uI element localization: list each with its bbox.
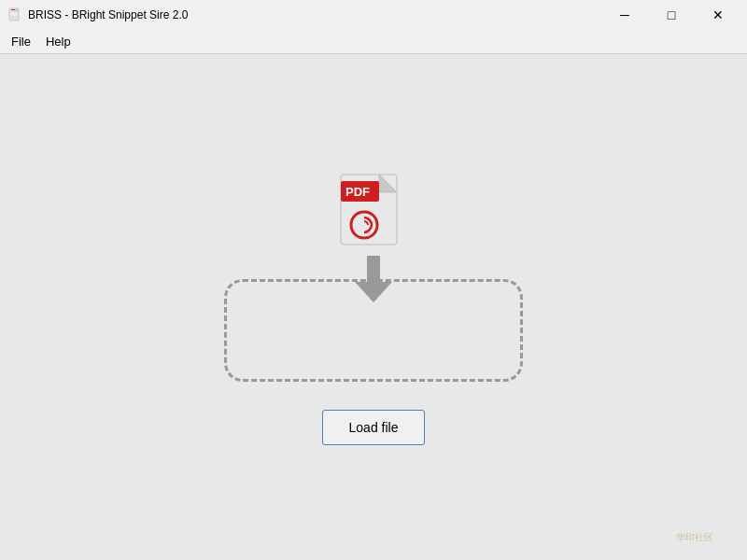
minimize-button[interactable]: ─ xyxy=(603,2,646,28)
menu-bar: File Help xyxy=(0,30,747,54)
watermark: 华印社区 xyxy=(674,522,740,553)
close-button[interactable]: ✕ xyxy=(697,2,740,28)
drop-zone[interactable] xyxy=(224,279,523,382)
window-title: BRISS - BRight Snippet Sire 2.0 xyxy=(28,8,188,21)
title-bar: PDF BRISS - BRight Snippet Sire 2.0 ─ □ … xyxy=(0,0,747,30)
maximize-button[interactable]: □ xyxy=(650,2,693,28)
svg-text:华印社区: 华印社区 xyxy=(676,532,713,542)
menu-help[interactable]: Help xyxy=(38,32,78,51)
pdf-icon: PDF xyxy=(336,170,411,259)
app-icon: PDF xyxy=(7,7,22,22)
svg-rect-2 xyxy=(11,9,15,10)
menu-file[interactable]: File xyxy=(4,32,38,51)
load-file-button[interactable]: Load file xyxy=(322,410,426,445)
main-content: PDF Load file 华印社区 xyxy=(0,54,747,560)
svg-text:PDF: PDF xyxy=(345,185,370,199)
title-bar-left: PDF BRISS - BRight Snippet Sire 2.0 xyxy=(7,7,188,22)
title-bar-controls: ─ □ ✕ xyxy=(603,2,740,28)
svg-text:PDF: PDF xyxy=(10,12,19,17)
